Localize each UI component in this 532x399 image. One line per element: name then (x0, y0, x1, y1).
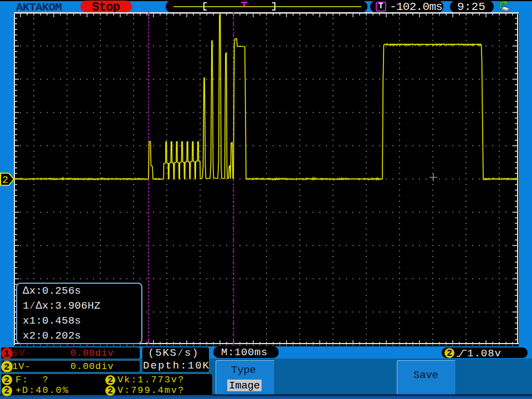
svg-text:2: 2 (2, 175, 8, 186)
